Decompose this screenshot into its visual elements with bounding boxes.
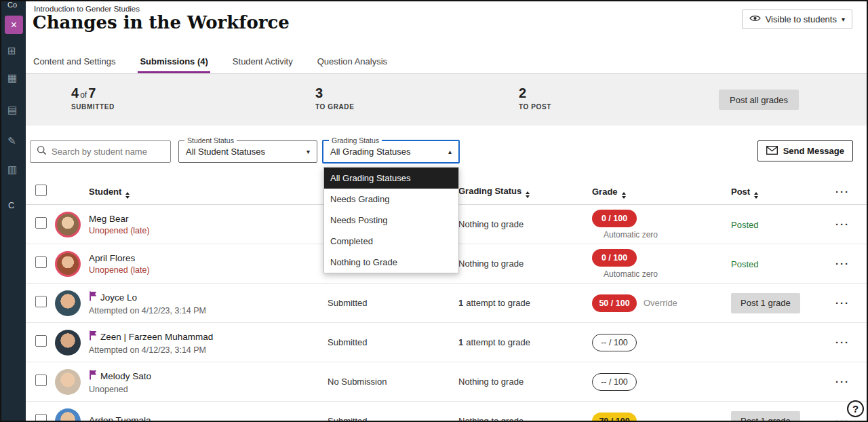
- submission-status: Submitted: [328, 337, 458, 347]
- grading-status-text: Nothing to grade: [458, 258, 524, 269]
- table-options-button[interactable]: ···: [835, 186, 850, 197]
- row-checkbox[interactable]: [35, 296, 47, 307]
- row-menu-button[interactable]: ···: [835, 297, 850, 309]
- row-checkbox[interactable]: [35, 335, 47, 347]
- document-icon[interactable]: ▤: [7, 104, 17, 116]
- flag-icon: [89, 291, 97, 304]
- row-menu-button[interactable]: ···: [835, 415, 850, 421]
- grade-pill: 0 / 100: [592, 249, 637, 267]
- window-icon[interactable]: ⊞: [7, 45, 16, 57]
- rail-text-fragment: C: [8, 200, 14, 210]
- row-menu-button[interactable]: ···: [835, 337, 850, 348]
- search-input[interactable]: [52, 147, 171, 157]
- to-grade-stat: 3 TO GRADE: [315, 85, 354, 111]
- sort-icon: [125, 192, 130, 199]
- menu-item-needs-posting[interactable]: Needs Posting: [324, 210, 458, 231]
- tab-submissions[interactable]: Submissions (4): [138, 49, 210, 73]
- grade-note: Automatic zero: [604, 269, 731, 279]
- grading-count: 1: [458, 298, 463, 308]
- submitted-label: SUBMITTED: [71, 103, 115, 111]
- menu-item-nothing-to-grade[interactable]: Nothing to Grade: [324, 252, 458, 273]
- close-panel-button[interactable]: ×: [5, 16, 23, 34]
- student-name[interactable]: Melody Sato: [100, 371, 151, 381]
- submission-status: Submitted: [328, 416, 458, 421]
- post-status: Posted: [731, 220, 758, 230]
- to-grade-label: TO GRADE: [315, 103, 354, 111]
- student-subtext: Unopened: [89, 385, 328, 394]
- student-name[interactable]: April Flores: [89, 253, 135, 263]
- column-header-grade[interactable]: Grade: [592, 187, 618, 197]
- student-name[interactable]: Zeen | Farzeen Muhammad: [100, 332, 213, 342]
- column-header-post[interactable]: Post: [731, 187, 750, 197]
- avatar: [55, 408, 81, 421]
- tab-content-and-settings[interactable]: Content and Settings: [31, 49, 117, 73]
- to-post-label: TO POST: [519, 103, 551, 111]
- grading-status-select[interactable]: Grading Status All Grading Statuses ▴: [322, 140, 460, 164]
- student-name[interactable]: Meg Bear: [89, 214, 129, 224]
- app-window: Co × ⊞ ▦ ▤ ✎ ▥ C Introduction to Gender …: [0, 0, 868, 422]
- row-checkbox[interactable]: [35, 256, 47, 268]
- grading-count: 1: [458, 337, 463, 347]
- student-subtext: Attempted on 4/12/23, 3:14 PM: [89, 345, 328, 355]
- rail-text-fragment: Co: [7, 1, 17, 9]
- chevron-up-icon: ▴: [448, 148, 452, 155]
- to-post-stat: 2 TO POST: [519, 85, 551, 111]
- row-checkbox[interactable]: [35, 414, 47, 421]
- grade-pill: 0 / 100: [592, 210, 637, 227]
- table-row: Melody Sato Unopened No Submission Nothi…: [26, 362, 867, 402]
- student-status-value: All Student Statuses: [186, 147, 265, 157]
- sort-icon: [526, 191, 530, 198]
- chevron-down-icon: ▾: [307, 148, 310, 155]
- menu-item-completed[interactable]: Completed: [324, 231, 458, 252]
- row-checkbox[interactable]: [35, 217, 47, 229]
- submitted-total: 7: [88, 85, 96, 100]
- avatar: [55, 212, 81, 237]
- tab-student-activity[interactable]: Student Activity: [231, 49, 295, 73]
- grade-pill: -- / 100: [592, 373, 637, 391]
- menu-item-needs-grading[interactable]: Needs Grading: [324, 189, 458, 210]
- flag-icon: [89, 370, 97, 383]
- help-button[interactable]: ?: [847, 400, 864, 417]
- send-message-button[interactable]: Send Message: [757, 140, 853, 161]
- post-grade-button[interactable]: Post 1 grade: [731, 411, 800, 421]
- grid-icon[interactable]: ▦: [7, 72, 17, 84]
- select-all-checkbox[interactable]: [35, 185, 47, 196]
- grading-status-menu: All Grading Statuses Needs Grading Needs…: [323, 167, 459, 273]
- menu-item-all-grading-statuses[interactable]: All Grading Statuses: [324, 168, 458, 189]
- submission-status: No Submission: [328, 377, 458, 387]
- tab-bar: Content and Settings Submissions (4) Stu…: [26, 49, 867, 74]
- pencil-icon[interactable]: ✎: [7, 135, 16, 147]
- submission-status: Submitted: [328, 298, 458, 308]
- table-row: Arden Tuomala Submitted Nothing to grade…: [26, 402, 867, 421]
- main-content: Introduction to Gender Studies Changes i…: [26, 1, 867, 421]
- to-grade-count: 3: [315, 85, 323, 100]
- table-row: Joyce Lo Attempted on 4/12/23, 3:14 PM S…: [26, 284, 867, 323]
- grade-pill: 70 / 100: [592, 413, 637, 421]
- chevron-down-icon: ▾: [842, 16, 845, 23]
- post-all-grades-button[interactable]: Post all grades: [719, 90, 799, 110]
- student-status-select[interactable]: Student Status All Student Statuses ▾: [178, 140, 317, 163]
- tab-question-analysis[interactable]: Question Analysis: [315, 49, 389, 73]
- grading-status-text: attempt to grade: [466, 298, 530, 308]
- submitted-stat: 4of7 SUBMITTED: [71, 85, 115, 111]
- avatar: [55, 369, 81, 395]
- column-header-grading-status[interactable]: Grading Status: [458, 186, 521, 196]
- row-checkbox[interactable]: [35, 375, 47, 386]
- grading-status-text: Nothing to grade: [458, 377, 524, 387]
- post-grade-button[interactable]: Post 1 grade: [731, 293, 800, 313]
- avatar: [55, 330, 81, 356]
- visibility-dropdown-button[interactable]: Visible to students ▾: [742, 9, 852, 29]
- grade-pill: -- / 100: [592, 334, 637, 351]
- student-name[interactable]: Arden Tuomala: [89, 415, 151, 421]
- grading-status-label: Grading Status: [329, 136, 382, 145]
- grading-status-text: attempt to grade: [466, 337, 530, 347]
- left-rail: Co × ⊞ ▦ ▤ ✎ ▥ C: [1, 1, 26, 421]
- student-name[interactable]: Joyce Lo: [100, 292, 137, 303]
- column-header-student[interactable]: Student: [89, 187, 121, 197]
- row-menu-button[interactable]: ···: [835, 218, 850, 230]
- row-menu-button[interactable]: ···: [835, 258, 850, 269]
- student-status-label: Student Status: [184, 136, 237, 145]
- envelope-icon: [766, 146, 778, 157]
- row-menu-button[interactable]: ···: [835, 376, 850, 387]
- list-icon[interactable]: ▥: [7, 164, 17, 176]
